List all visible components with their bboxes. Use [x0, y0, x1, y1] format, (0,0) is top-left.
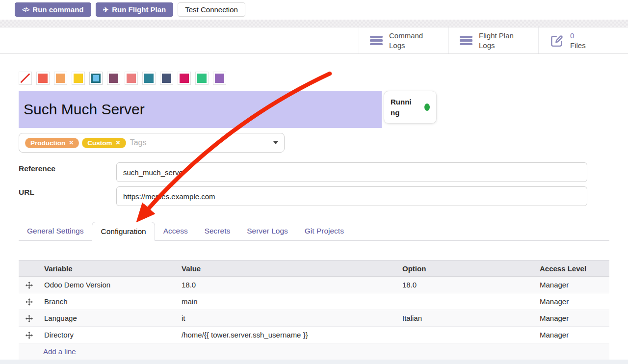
code-icon: </>	[22, 6, 29, 13]
color-swatch-3[interactable]	[72, 72, 85, 85]
reference-field[interactable]: such_much_server	[116, 162, 587, 182]
swatch-fill	[38, 74, 48, 83]
cell-option[interactable]: 18.0	[397, 277, 535, 293]
color-swatch-8[interactable]	[160, 72, 173, 85]
flight-plan-logs-label-line2: Logs	[479, 41, 514, 51]
statusbar-texture-band	[0, 20, 628, 27]
command-logs-button[interactable]: Command Logs	[359, 27, 448, 53]
drag-handle-icon[interactable]	[26, 332, 33, 339]
cell-option[interactable]: Italian	[397, 310, 535, 327]
cell-access-level[interactable]: Manager	[535, 327, 609, 343]
cell-value[interactable]: /home/{{ tower.server.ssh_username }}	[177, 327, 397, 343]
column-header-value[interactable]: Value	[177, 260, 397, 277]
tab-access[interactable]: Access	[155, 222, 196, 240]
form-header: Command Logs Flight Plan Logs 0 Files	[0, 27, 628, 54]
flight-plan-logs-button[interactable]: Flight Plan Logs	[448, 27, 538, 53]
tag-label: Production	[30, 139, 65, 147]
tab-git-projects[interactable]: Git Projects	[296, 222, 352, 240]
color-swatch-9[interactable]	[178, 72, 191, 85]
cell-option[interactable]	[397, 293, 535, 310]
color-swatch-7[interactable]	[142, 72, 156, 85]
tab-secrets[interactable]: Secrets	[196, 222, 239, 240]
edit-icon	[550, 33, 564, 48]
swatch-fill	[162, 74, 171, 83]
chevron-down-icon[interactable]	[273, 141, 278, 144]
bottom-strip	[0, 360, 628, 364]
status-badge[interactable]: Running	[384, 91, 437, 124]
cell-value[interactable]: 18.0	[177, 277, 397, 293]
color-swatch-5[interactable]	[107, 72, 120, 85]
tab-general-settings[interactable]: General Settings	[19, 222, 92, 240]
color-swatch-6[interactable]	[125, 72, 138, 85]
swatch-fill	[56, 74, 65, 83]
table-row[interactable]: LanguageitItalianManager	[19, 310, 609, 327]
swatch-fill	[180, 74, 189, 83]
swatch-fill	[197, 74, 207, 83]
command-logs-label-line2: Logs	[389, 41, 423, 51]
list-icon	[460, 36, 472, 46]
drag-handle-cell[interactable]	[19, 293, 39, 310]
swatch-fill	[127, 74, 136, 83]
drag-handle-cell[interactable]	[19, 327, 39, 343]
remove-tag-icon[interactable]: ✕	[69, 140, 74, 146]
cell-access-level[interactable]: Manager	[535, 310, 609, 327]
column-header-access-level[interactable]: Access Level	[535, 260, 609, 277]
drag-handle-icon[interactable]	[26, 282, 33, 289]
run-flight-plan-button[interactable]: ✈ Run Flight Plan	[96, 2, 174, 17]
tab-server-logs[interactable]: Server Logs	[238, 222, 296, 240]
swatch-fill	[21, 74, 30, 83]
table-row[interactable]: BranchmainManager	[19, 293, 609, 310]
server-title-block[interactable]: Such Much Server	[19, 91, 382, 128]
cell-variable[interactable]: Odoo Demo Version	[39, 277, 177, 293]
tab-configuration[interactable]: Configuration	[92, 222, 155, 241]
swatch-fill	[144, 74, 154, 83]
action-toolbar: </> Run command ✈ Run Flight Plan Test C…	[0, 0, 628, 20]
color-swatch-1[interactable]	[36, 72, 50, 85]
page-title: Such Much Server	[24, 101, 145, 118]
drag-handle-cell[interactable]	[19, 277, 39, 293]
status-dot-icon	[424, 104, 430, 111]
tag-pill[interactable]: Production✕	[25, 138, 79, 148]
cell-value[interactable]: it	[177, 310, 397, 327]
tags-input[interactable]: Production✕Custom✕ Tags	[19, 133, 285, 153]
add-line-row: Add a line	[19, 343, 609, 360]
cell-variable[interactable]: Language	[39, 310, 177, 327]
flight-plan-logs-label-line1: Flight Plan	[479, 31, 514, 41]
table-row[interactable]: Directory/home/{{ tower.server.ssh_usern…	[19, 327, 609, 343]
cell-variable[interactable]: Directory	[39, 327, 177, 343]
column-header-option[interactable]: Option	[397, 260, 535, 277]
cell-value[interactable]: main	[177, 293, 397, 310]
color-picker	[19, 72, 226, 85]
color-swatch-10[interactable]	[195, 72, 209, 85]
tag-pill[interactable]: Custom✕	[82, 138, 126, 148]
add-a-line-link[interactable]: Add a line	[19, 343, 609, 360]
test-connection-button[interactable]: Test Connection	[178, 2, 245, 17]
table-header-row: Variable Value Option Access Level	[19, 260, 609, 277]
drag-handle-cell[interactable]	[19, 310, 39, 327]
table-row[interactable]: Odoo Demo Version18.018.0Manager	[19, 277, 609, 293]
files-label: Files	[570, 41, 586, 51]
files-button[interactable]: 0 Files	[538, 27, 628, 53]
run-command-label: Run command	[32, 5, 83, 14]
drag-handle-icon[interactable]	[26, 298, 33, 306]
color-swatch-11[interactable]	[213, 72, 226, 85]
status-label: Running	[391, 97, 415, 118]
color-swatch-none[interactable]	[19, 72, 32, 85]
column-header-variable[interactable]: Variable	[39, 260, 177, 277]
url-value: https://memes.example.com	[123, 192, 215, 201]
url-field[interactable]: https://memes.example.com	[116, 186, 587, 206]
cell-option[interactable]	[397, 327, 535, 343]
color-swatch-4[interactable]	[89, 72, 103, 85]
reference-label: Reference	[19, 164, 55, 173]
swatch-fill	[74, 74, 83, 83]
reference-value: such_much_server	[123, 168, 185, 177]
plane-icon: ✈	[103, 6, 109, 13]
url-label: URL	[19, 188, 34, 197]
drag-handle-icon[interactable]	[26, 315, 33, 322]
remove-tag-icon[interactable]: ✕	[116, 140, 121, 146]
cell-access-level[interactable]: Manager	[535, 277, 609, 293]
cell-variable[interactable]: Branch	[39, 293, 177, 310]
cell-access-level[interactable]: Manager	[535, 293, 609, 310]
run-command-button[interactable]: </> Run command	[15, 2, 91, 17]
color-swatch-2[interactable]	[54, 72, 67, 85]
